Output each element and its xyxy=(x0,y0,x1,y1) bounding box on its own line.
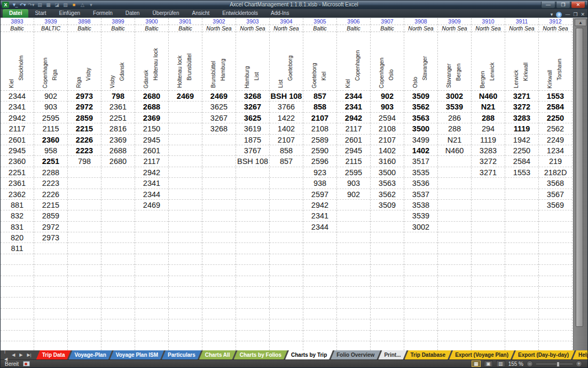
region-cell[interactable]: North Sea xyxy=(270,25,303,32)
chart-number-cell[interactable] xyxy=(371,331,404,341)
chart-number-cell[interactable] xyxy=(1,276,34,287)
chart-number-cell[interactable] xyxy=(404,276,437,287)
chart-number-cell[interactable]: 2369 xyxy=(101,135,135,145)
chart-number-cell[interactable] xyxy=(270,309,303,319)
chart-number-cell[interactable]: 2942 xyxy=(1,113,34,123)
chart-number-cell[interactable] xyxy=(169,135,202,145)
chart-number-cell[interactable] xyxy=(438,178,471,189)
zoom-slider-thumb[interactable] xyxy=(556,362,560,367)
chart-number-cell[interactable] xyxy=(169,222,202,232)
page-layout-view-icon[interactable]: ▣ xyxy=(484,361,493,367)
chart-number-cell[interactable] xyxy=(371,210,404,221)
close-window-button[interactable]: ✕ xyxy=(571,2,585,9)
chart-number-cell[interactable] xyxy=(202,243,236,254)
chart-number-cell[interactable]: 1402 xyxy=(404,145,437,156)
chart-number-cell[interactable] xyxy=(68,222,101,232)
chart-number-cell[interactable] xyxy=(303,309,336,319)
chart-number-cell[interactable]: 3271 xyxy=(505,91,538,101)
chart-number-cell[interactable] xyxy=(404,243,437,254)
sheet-tab-voyage-plan-ism[interactable]: Voyage Plan ISM xyxy=(110,350,164,359)
region-cell[interactable]: Baltic xyxy=(135,25,168,32)
chart-number-cell[interactable] xyxy=(101,254,135,265)
chart-number-cell[interactable] xyxy=(337,309,370,319)
chart-number-cell[interactable] xyxy=(34,243,67,254)
chart-number-cell[interactable] xyxy=(236,331,269,341)
next-sheet-icon[interactable]: ▶ xyxy=(18,351,24,359)
chart-number-cell[interactable] xyxy=(404,341,437,350)
chart-number-cell[interactable]: 2107 xyxy=(270,135,303,145)
chart-number-cell[interactable] xyxy=(472,254,505,265)
chart-number-cell[interactable] xyxy=(472,319,505,330)
chart-number-cell[interactable]: 3267 xyxy=(236,101,269,112)
trip-number-cell[interactable]: 3898 xyxy=(68,18,101,25)
chart-number-cell[interactable] xyxy=(472,243,505,254)
chart-number-cell[interactable] xyxy=(68,331,101,341)
chart-number-cell[interactable]: 3536 xyxy=(404,178,437,189)
chart-number-cell[interactable] xyxy=(101,309,135,319)
chart-number-cell[interactable] xyxy=(270,243,303,254)
port-header-cell[interactable]: BrunsbüttelHamburg xyxy=(202,32,236,91)
chart-number-cell[interactable] xyxy=(337,243,370,254)
region-cell[interactable]: Baltic xyxy=(68,25,101,32)
chart-number-cell[interactable] xyxy=(371,309,404,319)
chart-number-cell[interactable] xyxy=(337,319,370,330)
chart-number-cell[interactable]: 3272 xyxy=(505,101,538,112)
chart-number-cell[interactable]: 2595 xyxy=(34,113,67,123)
chart-number-cell[interactable]: 832 xyxy=(1,210,34,221)
chart-number-cell[interactable]: N21 xyxy=(472,101,505,112)
minimize-workbook-icon[interactable]: — xyxy=(565,12,570,18)
minimize-window-button[interactable]: — xyxy=(541,2,555,9)
chart-number-cell[interactable] xyxy=(337,341,370,350)
chart-number-cell[interactable]: 2344 xyxy=(337,91,370,101)
chevron-down-icon[interactable]: ▾ xyxy=(551,12,553,18)
chart-number-cell[interactable] xyxy=(404,309,437,319)
vertical-scrollbar[interactable]: ▲ xyxy=(573,18,587,350)
port-header-cell[interactable]: Holtenau lockBrunsbüttel xyxy=(169,32,202,91)
sheet-tab-voyage-plan[interactable]: Voyage-Plan xyxy=(69,350,112,359)
chart-number-cell[interactable]: 902 xyxy=(371,91,404,101)
chart-number-cell[interactable] xyxy=(169,309,202,319)
chart-number-cell[interactable]: 286 xyxy=(438,113,471,123)
chart-number-cell[interactable] xyxy=(438,200,471,210)
port-header-cell[interactable]: LerwickKirkwall xyxy=(505,32,538,91)
chart-number-cell[interactable] xyxy=(34,309,67,319)
chart-number-cell[interactable] xyxy=(270,341,303,350)
chart-number-cell[interactable]: 2680 xyxy=(101,156,135,167)
chart-number-cell[interactable] xyxy=(68,276,101,287)
chart-number-cell[interactable]: 2251 xyxy=(1,167,34,178)
undo-icon[interactable]: ↶▾ xyxy=(19,2,26,8)
chart-number-cell[interactable]: 2595 xyxy=(337,167,370,178)
trip-number-cell[interactable]: 3909 xyxy=(438,18,471,25)
chart-number-cell[interactable]: 288 xyxy=(472,113,505,123)
chart-number-cell[interactable]: 2680 xyxy=(135,91,168,101)
chart-number-cell[interactable] xyxy=(404,265,437,276)
chart-number-cell[interactable]: 2288 xyxy=(34,167,67,178)
chart-number-cell[interactable] xyxy=(539,276,572,287)
chart-number-cell[interactable] xyxy=(505,222,538,232)
chart-number-cell[interactable] xyxy=(337,200,370,210)
chart-number-cell[interactable]: 2226 xyxy=(68,135,101,145)
chart-number-cell[interactable]: 3002 xyxy=(438,91,471,101)
chart-number-cell[interactable]: 798 xyxy=(101,91,135,101)
chart-number-cell[interactable]: 2859 xyxy=(68,113,101,123)
chart-number-cell[interactable] xyxy=(438,210,471,221)
chart-number-cell[interactable]: 1119 xyxy=(505,123,538,134)
trip-number-cell[interactable]: 3901 xyxy=(169,18,202,25)
chart-number-cell[interactable] xyxy=(236,341,269,350)
port-header-cell[interactable]: ListGoeteborg xyxy=(270,32,303,91)
chart-number-cell[interactable] xyxy=(1,331,34,341)
chart-number-cell[interactable] xyxy=(101,287,135,297)
chart-number-cell[interactable] xyxy=(135,287,168,297)
chart-number-cell[interactable]: 2942 xyxy=(303,200,336,210)
chart-number-cell[interactable] xyxy=(404,232,437,243)
chart-number-cell[interactable] xyxy=(34,341,67,350)
chart-number-cell[interactable] xyxy=(34,287,67,297)
chart-number-cell[interactable]: 2117 xyxy=(135,156,168,167)
chart-number-cell[interactable] xyxy=(101,232,135,243)
chart-number-cell[interactable]: 2215 xyxy=(68,123,101,134)
trip-number-cell[interactable]: 3900 xyxy=(135,18,168,25)
chart-number-cell[interactable] xyxy=(202,341,236,350)
chart-number-cell[interactable]: 857 xyxy=(270,156,303,167)
trip-number-cell[interactable]: 3939 xyxy=(34,18,67,25)
chart-number-cell[interactable]: 3535 xyxy=(404,167,437,178)
